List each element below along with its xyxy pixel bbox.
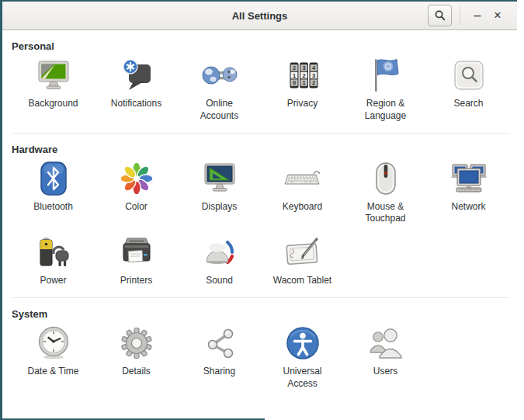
search-icon bbox=[434, 9, 446, 22]
svg-text:1: 1 bbox=[292, 72, 295, 79]
printers-icon bbox=[120, 233, 154, 272]
settings-item-label: Mouse & Touchpad bbox=[354, 201, 418, 226]
all-settings-window: All Settings – × Personal bbox=[0, 0, 517, 420]
settings-item-label: Printers bbox=[120, 275, 152, 287]
minimize-button[interactable]: – bbox=[467, 5, 488, 26]
section-header-hardware: Hardware bbox=[12, 144, 510, 155]
svg-text:1: 1 bbox=[302, 79, 305, 86]
bluetooth-icon bbox=[40, 159, 67, 198]
settings-item-displays[interactable]: Displays bbox=[178, 159, 261, 226]
users-icon bbox=[369, 324, 403, 363]
settings-item-label: Date & Time bbox=[27, 366, 78, 378]
svg-text:3: 3 bbox=[302, 64, 305, 71]
settings-item-search[interactable]: Search bbox=[427, 56, 510, 123]
color-icon bbox=[120, 159, 154, 198]
section-separator bbox=[12, 297, 510, 298]
hardware-grid: Bluetooth bbox=[12, 159, 512, 287]
settings-item-label: Users bbox=[373, 366, 397, 378]
privacy-icon: 2 1 0 3 2 1 4 3 2 bbox=[287, 56, 318, 95]
network-icon bbox=[451, 159, 487, 198]
details-icon bbox=[120, 324, 154, 363]
settings-item-label: Network bbox=[451, 201, 485, 213]
search-button[interactable] bbox=[428, 5, 452, 26]
settings-item-label: Displays bbox=[202, 201, 237, 213]
settings-item-bluetooth[interactable]: Bluetooth bbox=[12, 159, 95, 226]
settings-item-users[interactable]: Users bbox=[344, 324, 427, 390]
svg-text:2: 2 bbox=[302, 72, 305, 79]
section-separator bbox=[12, 133, 510, 134]
section-hardware: Hardware Bluetooth bbox=[12, 144, 510, 287]
settings-item-label: Sharing bbox=[203, 366, 235, 378]
region-language-icon bbox=[370, 56, 401, 95]
system-grid: Date & Time bbox=[12, 324, 512, 390]
sound-icon bbox=[203, 233, 237, 272]
power-icon bbox=[36, 233, 71, 272]
close-button[interactable]: × bbox=[488, 5, 508, 26]
personal-grid: Background bbox=[12, 56, 512, 123]
settings-item-printers[interactable]: Printers bbox=[95, 233, 178, 287]
settings-item-mouse-touchpad[interactable]: Mouse & Touchpad bbox=[344, 159, 427, 226]
settings-item-label: Details bbox=[122, 366, 151, 378]
section-personal: Personal Background bbox=[12, 40, 510, 123]
section-header-personal: Personal bbox=[12, 40, 510, 52]
settings-item-sharing[interactable]: Sharing bbox=[178, 324, 261, 390]
settings-item-label: Sound bbox=[206, 275, 233, 287]
notifications-icon bbox=[120, 56, 154, 95]
wacom-tablet-icon bbox=[284, 233, 321, 272]
search-tile-icon bbox=[453, 56, 484, 95]
settings-item-region-language[interactable]: Region & Language bbox=[344, 56, 427, 123]
svg-text:3: 3 bbox=[311, 72, 314, 79]
settings-panel: Personal Background bbox=[2, 40, 517, 390]
settings-item-power[interactable]: Power bbox=[12, 233, 95, 287]
settings-item-label: Background bbox=[28, 98, 78, 110]
titlebar-separator bbox=[460, 6, 460, 25]
keyboard-icon bbox=[284, 159, 321, 198]
settings-item-label: Bluetooth bbox=[33, 201, 73, 213]
sharing-icon bbox=[203, 324, 237, 363]
svg-text:0: 0 bbox=[292, 79, 295, 86]
settings-item-wacom-tablet[interactable]: Wacom Tablet bbox=[261, 233, 344, 287]
mouse-touchpad-icon bbox=[375, 159, 397, 198]
date-time-icon bbox=[36, 324, 71, 363]
background-icon bbox=[36, 56, 71, 95]
settings-item-notifications[interactable]: Notifications bbox=[95, 56, 178, 123]
settings-item-sound[interactable]: Sound bbox=[178, 233, 261, 287]
online-accounts-icon bbox=[202, 56, 238, 95]
svg-text:2: 2 bbox=[292, 64, 295, 71]
settings-item-label: Privacy bbox=[287, 98, 318, 110]
settings-item-label: Wacom Tablet bbox=[273, 275, 331, 287]
settings-item-label: Color bbox=[125, 201, 147, 213]
displays-icon bbox=[203, 159, 237, 198]
settings-item-keyboard[interactable]: Keyboard bbox=[261, 159, 344, 226]
settings-item-network[interactable]: Network bbox=[427, 159, 510, 226]
settings-item-color[interactable]: Color bbox=[95, 159, 178, 226]
settings-item-label: Notifications bbox=[111, 98, 161, 110]
settings-item-privacy[interactable]: 2 1 0 3 2 1 4 3 2 Priva bbox=[261, 56, 344, 123]
settings-item-label: Universal Access bbox=[271, 366, 335, 390]
settings-item-date-time[interactable]: Date & Time bbox=[12, 324, 95, 390]
titlebar: All Settings – × bbox=[2, 2, 517, 30]
settings-item-background[interactable]: Background bbox=[12, 56, 95, 123]
settings-item-label: Online Accounts bbox=[188, 98, 252, 123]
settings-item-label: Power bbox=[40, 275, 66, 287]
settings-item-label: Keyboard bbox=[283, 201, 322, 213]
section-header-system: System bbox=[12, 308, 510, 320]
settings-item-label: Region & Language bbox=[354, 98, 418, 123]
settings-item-online-accounts[interactable]: Online Accounts bbox=[178, 56, 261, 123]
titlebar-controls: – × bbox=[428, 5, 517, 26]
settings-item-universal-access[interactable]: Universal Access bbox=[261, 324, 344, 390]
settings-item-details[interactable]: Details bbox=[95, 324, 178, 390]
svg-text:2: 2 bbox=[311, 79, 314, 86]
settings-item-label: Search bbox=[453, 98, 483, 110]
universal-access-icon bbox=[286, 324, 320, 363]
section-system: System bbox=[12, 308, 510, 390]
